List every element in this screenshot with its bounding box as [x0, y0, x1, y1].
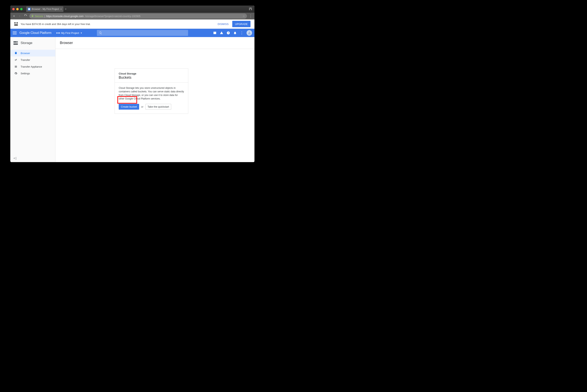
sidebar: Storage Browser Transfer Transfer Applia…	[10, 37, 56, 162]
storage-icon	[14, 41, 18, 45]
url-host: https://console.cloud.google.com	[46, 15, 84, 18]
url-separator: |	[44, 15, 45, 18]
trial-message: You have $374.55 in credit and 364 days …	[20, 22, 90, 26]
incognito-icon	[248, 7, 252, 11]
sidebar-nav: Browser Transfer Transfer Appliance Sett…	[10, 49, 55, 77]
bucket-icon	[14, 52, 18, 55]
sidebar-item-label: Settings	[20, 72, 30, 75]
utilities-menu-icon[interactable]: ⋮	[240, 31, 244, 35]
lock-icon	[31, 15, 34, 18]
tab-strip: Browser - My First Project × +	[10, 6, 254, 13]
sidebar-item-label: Transfer Appliance	[20, 65, 42, 68]
back-button[interactable]	[12, 14, 16, 18]
sidebar-item-transfer-appliance[interactable]: Transfer Appliance	[10, 63, 55, 70]
search-input[interactable]	[97, 30, 188, 36]
secure-label: Secure	[35, 15, 43, 18]
or-text: or	[141, 105, 144, 108]
bookmark-star-icon[interactable]: ☆	[242, 15, 245, 18]
brand-bold: Google	[20, 31, 30, 34]
tab-title: Browser - My First Project	[32, 8, 59, 10]
browser-menu-button[interactable]: ⋮	[248, 14, 253, 18]
sidebar-item-settings[interactable]: Settings	[10, 70, 55, 77]
alert-icon[interactable]	[220, 31, 224, 35]
brand-logo[interactable]: Google Cloud Platform	[20, 31, 52, 35]
browser-tab[interactable]: Browser - My First Project ×	[26, 6, 64, 12]
reload-button[interactable]	[24, 14, 28, 18]
sidebar-item-transfer[interactable]: Transfer	[10, 56, 55, 63]
nav-menu-button[interactable]	[13, 32, 17, 34]
cloud-shell-icon[interactable]	[213, 31, 217, 35]
help-icon[interactable]	[226, 31, 230, 35]
address-bar[interactable]: Secure | https://console.cloud.google.co…	[29, 14, 247, 19]
chevron-down-icon: ▼	[80, 32, 82, 34]
cloud-console-appbar: Google Cloud Platform My First Project ▼…	[10, 29, 254, 37]
new-tab-button[interactable]: +	[64, 7, 67, 11]
upgrade-button[interactable]: UPGRADE	[232, 21, 250, 27]
card-eyebrow: Cloud Storage	[119, 72, 184, 75]
project-icon	[56, 32, 60, 34]
tab-favicon	[28, 8, 30, 10]
project-name: My First Project	[61, 32, 79, 34]
search-icon	[99, 31, 102, 34]
forward-button[interactable]	[18, 14, 22, 18]
sidebar-item-label: Transfer	[20, 58, 30, 62]
trial-banner: You have $374.55 in credit and 364 days …	[10, 20, 254, 29]
card-description: Cloud Storage lets you store unstructure…	[119, 86, 184, 101]
browser-window: Browser - My First Project × + Secure | …	[10, 6, 254, 162]
page-title: Browser	[56, 37, 254, 49]
close-window-button[interactable]	[12, 8, 15, 10]
url-path: /storage/browser?project=secret-country-…	[85, 15, 140, 18]
window-controls	[12, 8, 22, 10]
sidebar-item-browser[interactable]: Browser	[10, 50, 55, 56]
card-title: Buckets	[119, 76, 184, 80]
appliance-icon	[14, 65, 18, 68]
close-tab-button[interactable]: ×	[60, 8, 62, 10]
transfer-icon	[14, 58, 18, 62]
main-content: Browser Cloud Storage Buckets Cloud Stor…	[56, 37, 254, 162]
collapse-sidebar-button[interactable]: <|	[14, 156, 17, 160]
gift-icon	[14, 22, 18, 26]
account-avatar[interactable]	[246, 30, 252, 36]
dismiss-button[interactable]: DISMISS	[218, 22, 229, 26]
minimize-window-button[interactable]	[16, 8, 19, 10]
service-header: Storage	[10, 37, 55, 49]
content-canvas: Cloud Storage Buckets Cloud Storage lets…	[56, 49, 254, 162]
browser-toolbar: Secure | https://console.cloud.google.co…	[10, 13, 254, 20]
empty-state-card: Cloud Storage Buckets Cloud Storage lets…	[114, 68, 188, 114]
create-bucket-button[interactable]: Create bucket	[119, 104, 139, 110]
brand-light: Cloud Platform	[30, 31, 52, 34]
gear-icon	[14, 72, 18, 75]
project-picker[interactable]: My First Project ▼	[56, 32, 82, 34]
sidebar-item-label: Browser	[20, 52, 30, 55]
take-quickstart-button[interactable]: Take the quickstart	[146, 104, 171, 110]
service-name: Storage	[20, 41, 32, 45]
notifications-icon[interactable]	[233, 31, 237, 35]
maximize-window-button[interactable]	[20, 8, 22, 10]
